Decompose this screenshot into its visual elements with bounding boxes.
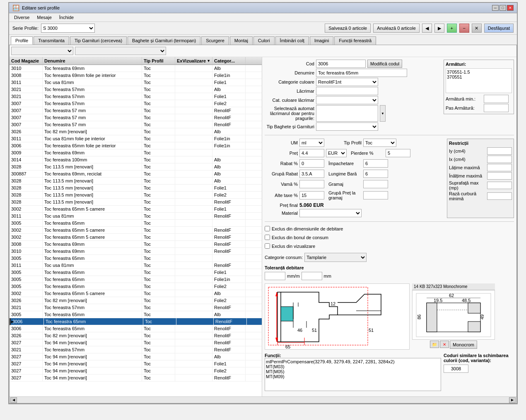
table-row[interactable]: 3021Toc fereastra 57mmTocFolie1 — [10, 93, 262, 100]
menu-mesaje[interactable]: Mesaje — [34, 14, 55, 21]
tab-montaj[interactable]: Montaj — [230, 36, 253, 45]
ix-input[interactable] — [487, 156, 512, 163]
table-row[interactable]: 3011Toc usa 81mm folie pe interiorTocFol… — [10, 135, 262, 142]
tab-baghete[interactable]: Baghete și Garnituri (termopan) — [128, 36, 200, 45]
table-row[interactable]: 3028Toc 113.5 mm [renovari]TocAlb — [10, 178, 262, 185]
nav-prev-btn[interactable]: ◀ — [422, 24, 432, 33]
table-row[interactable]: 3028Toc 113.5 mm [renovari]TocFolie2 — [10, 192, 262, 199]
filter-select-2[interactable] — [75, 47, 166, 55]
tab-tip-garnituri[interactable]: Tip Garnituri (cercevea) — [70, 36, 127, 45]
delete-btn[interactable]: − — [459, 24, 469, 33]
tip-baghete-select[interactable] — [316, 122, 378, 131]
maximize-btn[interactable]: □ — [499, 5, 506, 11]
table-row[interactable]: 3002Toc fereastra 65mm 5 camereTocRenoli… — [10, 234, 262, 241]
table-row[interactable]: 3005Toc fereastra 65mmToc — [10, 255, 262, 262]
raza-input[interactable] — [487, 192, 512, 200]
checkbox-exclus-viz-input[interactable] — [265, 243, 270, 249]
pas-armatura-input[interactable] — [484, 104, 509, 112]
monocrom-btn[interactable]: Monocrom — [450, 341, 477, 349]
table-row[interactable]: 3026Toc 82 mm [renovari]TocFolie2 — [10, 297, 262, 304]
table-row[interactable]: 3008Toc fereastra 69mm folie pe interior… — [10, 72, 262, 79]
table-row[interactable]: 3007Toc fereastra 57mmTocFolie2 — [10, 100, 262, 107]
impachetare-input[interactable] — [363, 159, 388, 168]
grupa-pret-input[interactable] — [363, 191, 388, 199]
armatura-min-input[interactable] — [484, 95, 509, 103]
menu-diverse[interactable]: Diverse — [11, 14, 33, 21]
col-header-ex[interactable]: ExVizualizare ▼ — [175, 57, 212, 65]
table-row[interactable]: ▶3006Toc fereastra 65mmTocRenolitF — [10, 318, 262, 325]
table-row[interactable]: 3021Toc fereastra 57mmTocRenolitF — [10, 346, 262, 353]
iy-input[interactable] — [487, 147, 512, 155]
col-header-cat[interactable]: Categor... — [212, 57, 246, 65]
cat-lacrimar-select[interactable] — [316, 96, 378, 104]
menu-inchide[interactable]: Închide — [56, 14, 77, 21]
thumb-folder-btn[interactable]: 📁 — [430, 341, 439, 348]
table-row[interactable]: 3009Toc fereastra 69mmToc — [10, 149, 262, 156]
checkbox-exclus-dim-input[interactable] — [265, 226, 270, 231]
um-select[interactable]: ml — [299, 139, 324, 147]
table-row[interactable]: 3002Toc fereastra 65mm 5 camereTocFolie1 — [10, 206, 262, 213]
tab-imagini[interactable]: Imagini — [310, 36, 333, 45]
table-row[interactable]: 3005Toc fereastra 65mmTocFolie1in — [10, 276, 262, 283]
table-row[interactable]: 3005Toc fereastra 65mmTocAlb — [10, 311, 262, 318]
table-row[interactable]: 3005Toc fereastra 65mmTocFolie2 — [10, 283, 262, 290]
denumire-input[interactable] — [316, 69, 407, 77]
table-row[interactable]: 3027Toc 94 mm [renovari]TocFolie2 — [10, 367, 262, 374]
table-row[interactable]: 3007Toc fereastra 57 mmTocRenolitF — [10, 121, 262, 128]
lacrimar-input[interactable] — [316, 87, 378, 95]
close-btn[interactable]: ✕ — [507, 5, 514, 11]
armature-list[interactable]: 370551-1.5370551 — [446, 68, 512, 93]
table-row[interactable]: 3006Toc fereastra 65mm folie pe interior… — [10, 142, 262, 149]
armature-item[interactable]: 370551 — [447, 74, 511, 79]
tab-functii[interactable]: Funcții fereastră — [334, 36, 376, 45]
save-btn[interactable]: Salvează 0 articole — [325, 24, 371, 33]
add-btn[interactable]: + — [447, 24, 457, 33]
scroll-track[interactable] — [17, 398, 509, 402]
rabat-input[interactable] — [299, 159, 324, 168]
scroll-right-btn[interactable]: ▶ — [509, 397, 516, 403]
col-header-cod[interactable]: Cod Magazie — [10, 57, 43, 65]
col-header-tip[interactable]: Tip Profil — [142, 57, 175, 65]
table-row[interactable]: 3021Toc fereastra 57mmTocAlb — [10, 86, 262, 93]
suprafata-input[interactable] — [487, 182, 512, 189]
table-row[interactable]: 3007Toc fereastra 57 mmTocRenolitF — [10, 114, 262, 121]
minimize-btn[interactable]: ─ — [492, 5, 499, 11]
col-header-denumire[interactable]: Denumire — [43, 57, 142, 65]
table-row[interactable]: 3007Toc fereastra 57 mmTocRenolitF — [10, 107, 262, 114]
table-row[interactable]: 3006Toc fereastra 65mmTocRenolitF — [10, 325, 262, 332]
table-row[interactable]: 3010Toc fereastra 69mmTocAlb — [10, 65, 262, 72]
pret-input[interactable] — [299, 149, 324, 157]
tab-transmitanta[interactable]: Transmitanta — [34, 36, 69, 45]
alte-taxe-input[interactable] — [299, 191, 324, 199]
filter-select-1[interactable] — [11, 47, 73, 55]
table-row[interactable]: 3010Toc fereastra 69mmTocRenolitF — [10, 248, 262, 255]
functii-list[interactable]: mlPermlPrCompensare(3279.49, 3279.49, 22… — [265, 358, 441, 391]
scroll-left-btn[interactable]: ◀ — [10, 397, 17, 403]
table-row[interactable]: 3028Toc 113.5 mm [renovari]TocRenolitF — [10, 199, 262, 206]
table-row[interactable]: 3028Toc 113.5 mm [renovari]TocAlb — [10, 163, 262, 170]
toleranta-mm-input[interactable] — [302, 272, 322, 280]
vama-input[interactable] — [299, 180, 324, 188]
table-row[interactable]: 3027Toc 94 mm [renovari]TocAlb — [10, 353, 262, 360]
table-row[interactable]: 3027Toc 94 mm [renovari]TocFolie1 — [10, 360, 262, 367]
tab-imbinari[interactable]: Îmbinări colț — [275, 36, 309, 45]
gramaj-input[interactable] — [363, 180, 388, 188]
cod-input[interactable] — [316, 60, 366, 68]
table-row[interactable]: 3005Toc fereastra 65mmTocFolie1 — [10, 269, 262, 276]
material-select[interactable] — [299, 209, 362, 217]
tab-culori[interactable]: Culori — [253, 36, 275, 45]
lungime-bara-input[interactable] — [363, 170, 388, 178]
grupa-rabat-input[interactable] — [299, 170, 324, 178]
inaltime-input[interactable] — [487, 172, 512, 180]
table-row[interactable]: 3014Toc fereastra 100mmTocAlb — [10, 156, 262, 163]
table-row[interactable]: 3027Toc 94 mm [renovari]TocRenolitF — [10, 339, 262, 346]
table-row[interactable]: 3005Toc fereastra 65mmToc — [10, 220, 262, 227]
desfasurat-btn[interactable]: Desfășurat — [484, 24, 514, 33]
toleranta-mm-m-input[interactable] — [265, 272, 285, 280]
close-x-btn[interactable]: ✕ — [472, 24, 482, 33]
table-row[interactable]: 3008Toc fereastra 69mmTocRenolitF — [10, 241, 262, 248]
selecteaza-auto-panel[interactable] — [316, 105, 378, 122]
table-row[interactable]: 300887Toc fereastra 69mm, reciclatTocAlb — [10, 170, 262, 178]
selecteaza-scroll-btn[interactable]: ▼ — [380, 105, 386, 122]
cod-similar-input[interactable] — [444, 365, 468, 373]
